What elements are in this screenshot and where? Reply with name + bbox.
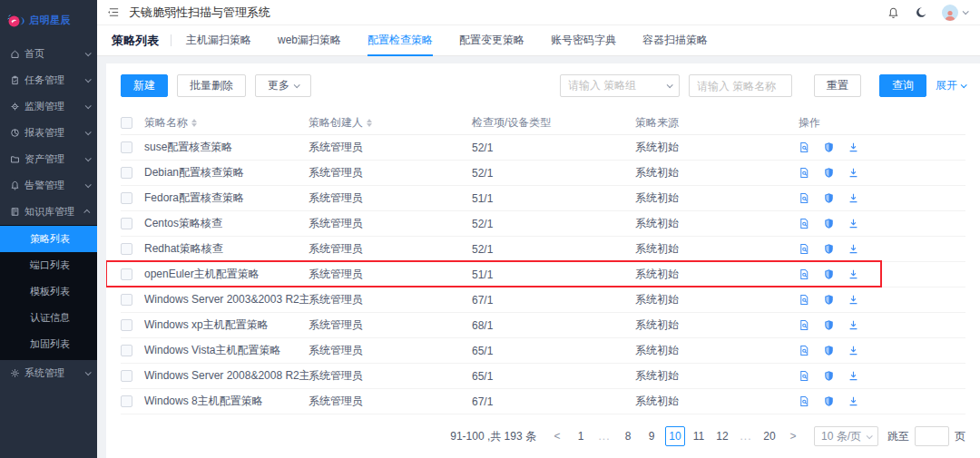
row-checkbox[interactable] xyxy=(121,243,132,255)
file-search-icon[interactable] xyxy=(799,218,810,229)
sidebar-item-6[interactable]: 知识库管理 xyxy=(0,199,97,225)
sidebar-item-5[interactable]: 告警管理 xyxy=(0,172,97,199)
page-size-select[interactable]: 10 条/页 xyxy=(814,426,878,446)
shield-icon[interactable] xyxy=(823,192,835,204)
page-number-button[interactable]: 11 xyxy=(689,426,709,446)
policy-name-input[interactable] xyxy=(689,74,792,97)
shield-icon[interactable] xyxy=(823,243,835,255)
tab[interactable]: 账号密码字典 xyxy=(551,25,616,56)
page-number-button[interactable]: 8 xyxy=(618,426,638,446)
tab[interactable]: 配置检查策略 xyxy=(368,25,433,56)
sidebar-subitem[interactable]: 加固列表 xyxy=(0,331,97,357)
sidebar-subitem[interactable]: 认证信息 xyxy=(0,305,97,331)
row-checkbox[interactable] xyxy=(121,167,132,179)
batch-delete-button[interactable]: 批量删除 xyxy=(177,74,246,97)
menu-fold-icon[interactable] xyxy=(108,6,120,18)
sidebar-subitem[interactable]: 端口列表 xyxy=(0,252,97,278)
chevron-down-icon xyxy=(85,50,92,56)
policy-group-select[interactable]: 请输入 策略组 xyxy=(560,74,680,97)
file-search-icon[interactable] xyxy=(799,243,810,255)
row-checkbox[interactable] xyxy=(121,192,132,204)
cell-check-items: 65/1 xyxy=(472,345,635,357)
sidebar-item-label: 报表管理 xyxy=(24,126,81,140)
row-checkbox[interactable] xyxy=(121,319,132,331)
download-icon[interactable] xyxy=(848,395,859,407)
file-search-icon[interactable] xyxy=(799,268,810,280)
page-number-button[interactable]: 20 xyxy=(760,426,779,446)
next-page-button[interactable]: > xyxy=(783,426,803,446)
download-icon[interactable] xyxy=(848,218,859,229)
sidebar-item-3[interactable]: 报表管理 xyxy=(0,120,97,146)
row-checkbox[interactable] xyxy=(121,345,132,356)
tab[interactable]: 主机漏扫策略 xyxy=(186,25,251,56)
tab[interactable]: 容器扫描策略 xyxy=(642,25,708,56)
shield-icon[interactable] xyxy=(823,370,835,382)
shield-icon[interactable] xyxy=(823,395,835,407)
select-all-checkbox[interactable] xyxy=(121,117,132,129)
new-button[interactable]: 新建 xyxy=(121,74,168,97)
row-checkbox[interactable] xyxy=(121,395,132,407)
download-icon[interactable] xyxy=(848,345,859,356)
file-search-icon[interactable] xyxy=(799,345,810,356)
sidebar-item-4[interactable]: 资产管理 xyxy=(0,146,97,172)
file-search-icon[interactable] xyxy=(799,294,810,306)
sort-icon[interactable] xyxy=(367,119,372,127)
query-button[interactable]: 查询 xyxy=(879,74,926,97)
prev-page-button[interactable]: < xyxy=(547,426,567,446)
tab[interactable]: web漏扫策略 xyxy=(278,25,341,56)
table-row: openEuler主机配置策略 系统管理员 51/1 系统初始 xyxy=(121,262,965,287)
expand-toggle[interactable]: 展开 xyxy=(936,78,965,93)
file-search-icon[interactable] xyxy=(799,395,810,407)
shield-icon[interactable] xyxy=(823,268,835,280)
file-search-icon[interactable] xyxy=(799,167,810,179)
shield-icon[interactable] xyxy=(823,294,835,306)
more-button[interactable]: 更多 xyxy=(255,74,311,97)
cell-creator: 系统管理员 xyxy=(309,165,472,180)
user-menu[interactable] xyxy=(942,5,967,21)
table-row: Windows Server 2008&2008 R2主机配置策略 系统管理员 … xyxy=(121,364,965,389)
sidebar-item-0[interactable]: 首页 xyxy=(0,41,97,67)
shield-icon[interactable] xyxy=(823,218,835,229)
row-checkbox[interactable] xyxy=(121,141,132,153)
tab[interactable]: 配置变更策略 xyxy=(459,25,524,56)
bell-icon[interactable] xyxy=(887,6,899,19)
shield-icon[interactable] xyxy=(823,345,835,356)
row-checkbox[interactable] xyxy=(121,268,132,280)
sidebar-item-2[interactable]: 监测管理 xyxy=(0,93,97,120)
file-search-icon[interactable] xyxy=(799,319,810,331)
shield-icon[interactable] xyxy=(823,319,835,331)
page-number-button[interactable]: 1 xyxy=(571,426,591,446)
jump-page-input[interactable] xyxy=(915,426,949,446)
download-icon[interactable] xyxy=(848,243,859,255)
moon-icon[interactable] xyxy=(915,6,926,18)
shield-icon[interactable] xyxy=(823,141,835,153)
page-ellipsis[interactable]: ... xyxy=(594,426,614,446)
shield-icon[interactable] xyxy=(823,167,835,179)
page-number-button[interactable]: 10 xyxy=(665,426,685,446)
download-icon[interactable] xyxy=(848,192,859,204)
header-operations: 操作 xyxy=(799,115,965,131)
row-checkbox[interactable] xyxy=(121,218,132,229)
sort-icon[interactable] xyxy=(191,119,197,127)
sidebar-subitem[interactable]: 策略列表 xyxy=(0,226,97,252)
page-number-button[interactable]: 9 xyxy=(642,426,662,446)
download-icon[interactable] xyxy=(848,167,859,179)
sidebar-item-7[interactable]: 系统管理 xyxy=(0,360,97,386)
download-icon[interactable] xyxy=(848,294,859,306)
download-icon[interactable] xyxy=(848,141,859,153)
file-search-icon[interactable] xyxy=(799,192,810,204)
cell-policy-name: Fedora配置核查策略 xyxy=(144,190,309,206)
row-checkbox[interactable] xyxy=(121,370,132,382)
download-icon[interactable] xyxy=(848,268,859,280)
file-search-icon[interactable] xyxy=(799,141,810,153)
brand-logo[interactable]: 启明星辰 xyxy=(0,0,97,41)
download-icon[interactable] xyxy=(848,370,859,382)
row-checkbox[interactable] xyxy=(121,294,132,306)
sidebar-item-1[interactable]: 任务管理 xyxy=(0,67,97,93)
page-ellipsis[interactable]: ... xyxy=(736,426,756,446)
download-icon[interactable] xyxy=(848,319,859,331)
page-number-button[interactable]: 12 xyxy=(712,426,732,446)
reset-button[interactable]: 重置 xyxy=(814,74,861,97)
sidebar-subitem[interactable]: 模板列表 xyxy=(0,278,97,305)
file-search-icon[interactable] xyxy=(799,370,810,382)
